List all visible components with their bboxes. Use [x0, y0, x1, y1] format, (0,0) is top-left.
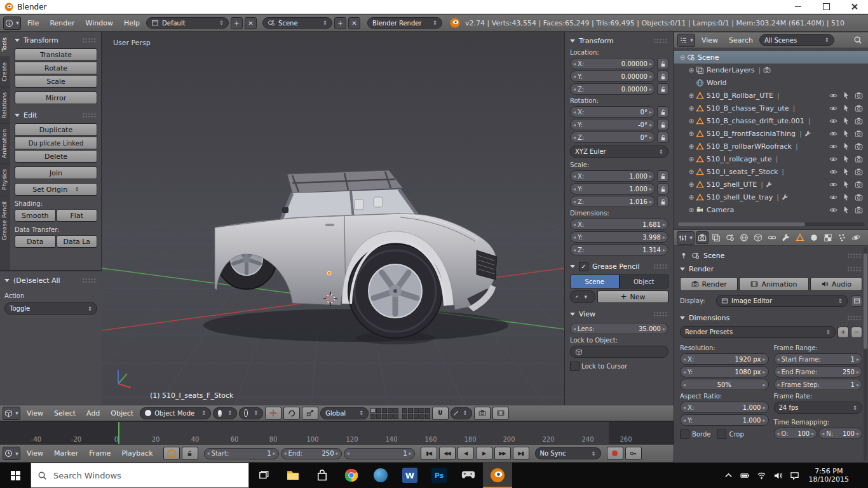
search-icon[interactable] — [853, 36, 862, 44]
tab-grease-pencil[interactable]: Grease Pencil — [0, 196, 10, 245]
record-button[interactable] — [607, 447, 623, 460]
rotate-button[interactable]: Rotate — [15, 62, 97, 74]
lock-icon[interactable] — [657, 71, 668, 82]
restrict-render-icon[interactable] — [855, 206, 863, 214]
eye-icon[interactable] — [829, 117, 837, 125]
chrome-icon[interactable] — [337, 463, 366, 488]
dim-z-field[interactable]: Z:1.314 — [570, 244, 668, 255]
timeline-start-field[interactable]: Start:1 — [204, 448, 279, 459]
eye-icon[interactable] — [829, 206, 837, 214]
scale-z-field[interactable]: Z:1.016 — [570, 196, 655, 207]
file-explorer-icon[interactable] — [278, 463, 308, 488]
dimensions-panel-header[interactable]: Dimensions — [680, 312, 862, 323]
outliner-item-label[interactable]: RenderLayers — [707, 66, 755, 74]
tab-data[interactable] — [794, 231, 806, 244]
timeline-menu-frame[interactable]: Frame — [85, 449, 115, 458]
select-menu[interactable]: Select — [50, 409, 80, 417]
data-button[interactable]: Data — [15, 235, 56, 248]
play-button[interactable]: ▶ — [476, 447, 492, 460]
shade-smooth-button[interactable]: Smooth — [15, 209, 56, 222]
new-window-button[interactable] — [851, 295, 862, 307]
delete-scene-button[interactable]: ✕ — [348, 17, 360, 29]
search-input[interactable] — [52, 470, 242, 481]
remap-new-field[interactable]: N:100 — [818, 428, 862, 439]
lock-icon[interactable] — [657, 106, 668, 118]
rotation-z-field[interactable]: Z:0° — [570, 132, 655, 143]
expand-toggle-icon[interactable]: ⊕ — [687, 181, 696, 188]
outliner-row-renderlayers[interactable]: ⊕ RenderLayers | — [674, 64, 868, 76]
outliner-row-scene[interactable]: ⊖ Scene — [674, 51, 868, 64]
location-x-field[interactable]: X:0.00000 — [570, 58, 655, 69]
tab-object[interactable] — [752, 231, 764, 244]
view-menu[interactable]: View — [22, 409, 48, 417]
tab-tools[interactable]: Tools — [0, 32, 10, 57]
start-frame-field[interactable]: Start Frame:1 — [774, 353, 863, 365]
eye-icon[interactable] — [829, 180, 837, 189]
jump-to-start-button[interactable]: ▮◀ — [421, 447, 437, 460]
tab-render[interactable] — [696, 231, 709, 244]
battery-icon[interactable] — [740, 471, 750, 480]
blender-taskbar-icon[interactable] — [483, 463, 512, 488]
border-checkbox[interactable] — [680, 430, 689, 439]
eye-icon[interactable] — [829, 193, 837, 201]
car-model[interactable] — [203, 170, 508, 344]
outliner-row-object[interactable]: ⊕ 510_B_chasse_Tray_ute | — [674, 102, 868, 114]
gp-source-scene-button[interactable]: Scene — [570, 274, 620, 288]
restrict-select-icon[interactable] — [842, 117, 850, 125]
gp-draw-tool-button[interactable]: ▾ — [570, 290, 595, 303]
outliner-row-object[interactable]: ⊕ 510_B_frontFasciniaThing | — [674, 127, 868, 140]
pin-icon[interactable] — [680, 252, 688, 259]
outliner-row-object[interactable]: ⊕ 510_shell_UTE | — [674, 178, 868, 191]
view-panel-header[interactable]: View — [570, 308, 668, 320]
volume-icon[interactable] — [773, 471, 783, 480]
resolution-y-field[interactable]: Y:1080 px — [680, 366, 769, 377]
pivot-point-dropdown[interactable] — [239, 407, 263, 419]
menu-help[interactable]: Help — [119, 19, 144, 27]
manipulator-rotate-button[interactable] — [283, 407, 300, 420]
render-presets-dropdown[interactable]: Render Presets — [680, 326, 836, 338]
opengl-render-animation-button[interactable] — [492, 407, 509, 420]
outliner-row-object[interactable]: ⊕ 510_I_rollcage_ute | — [674, 152, 868, 165]
eye-icon[interactable] — [829, 142, 837, 151]
properties-scrollbar[interactable] — [864, 247, 867, 461]
add-preset-button[interactable]: + — [837, 327, 849, 338]
lens-field[interactable]: Lens:35.000 — [570, 323, 668, 334]
action-center-icon[interactable] — [790, 471, 799, 480]
outliner-item-label[interactable]: 510_B_chasse_drift_ute.001 — [707, 117, 804, 125]
lock-to-object-field[interactable] — [570, 346, 668, 358]
restrict-render-icon[interactable] — [855, 193, 863, 201]
duplicate-button[interactable]: Duplicate — [15, 123, 97, 136]
gp-source-object-button[interactable]: Object — [620, 274, 669, 288]
next-keyframe-button[interactable]: ▶▶ — [494, 447, 511, 460]
word-icon[interactable]: W — [395, 463, 424, 488]
outliner-scope-dropdown[interactable]: All Scenes — [759, 34, 834, 46]
tab-physics[interactable] — [850, 231, 862, 244]
minimize-button[interactable] — [784, 0, 812, 14]
gp-new-layer-button[interactable]: +New — [597, 290, 668, 303]
scale-button[interactable]: Scale — [15, 75, 97, 88]
game-app-icon[interactable] — [454, 463, 483, 488]
resolution-percentage-slider[interactable]: 50% — [680, 379, 769, 390]
menu-render[interactable]: Render — [45, 19, 79, 27]
rotation-mode-dropdown[interactable]: XYZ Euler — [570, 146, 668, 158]
data-layout-button[interactable]: Data La — [57, 235, 98, 248]
outliner-item-label[interactable]: 510_B_chasse_Tray_ute — [707, 104, 789, 112]
transform-orientation-dropdown[interactable]: Global — [320, 407, 369, 419]
keying-lock-button[interactable] — [182, 447, 198, 460]
timeline-menu-marker[interactable]: Marker — [50, 449, 83, 458]
editor-type-outliner-icon[interactable]: ▾ — [677, 34, 695, 47]
taskbar-search[interactable] — [31, 463, 249, 488]
expand-toggle-icon[interactable]: ⊕ — [687, 118, 696, 125]
outliner-row-camera[interactable]: ⊕ Camera — [674, 203, 868, 216]
outliner-item-label[interactable]: Camera — [707, 206, 734, 214]
restrict-render-icon[interactable] — [855, 180, 863, 189]
outliner-horizontal-scrollbar[interactable] — [678, 222, 865, 226]
tray-expand-icon[interactable] — [724, 471, 733, 480]
restrict-render-icon[interactable] — [855, 142, 863, 151]
editor-type-timeline-icon[interactable]: ▾ — [3, 447, 20, 460]
maximize-button[interactable] — [812, 0, 840, 14]
render-panel-header[interactable]: Render — [680, 263, 862, 274]
eye-icon[interactable] — [829, 130, 837, 138]
redo-panel-header[interactable]: (De)select All — [4, 274, 97, 286]
snap-element-dropdown[interactable] — [451, 407, 472, 419]
